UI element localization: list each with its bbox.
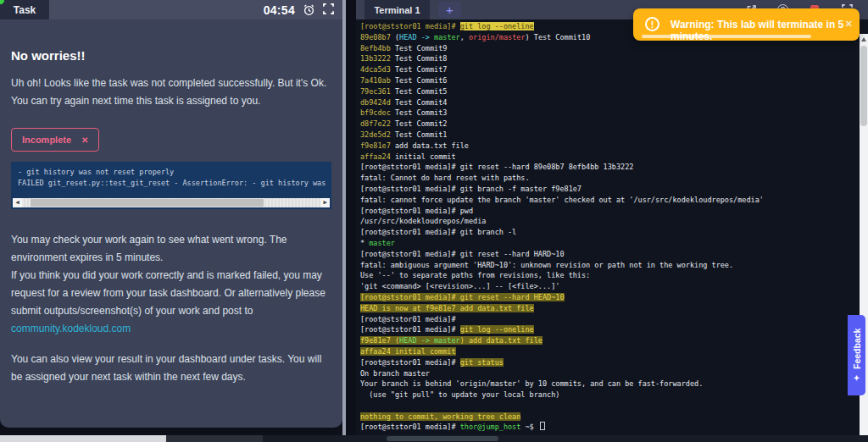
terminal-line: [root@ststor01 media]# pwd: [360, 206, 868, 217]
feedback-button[interactable]: ✦ Feedback: [848, 315, 865, 395]
terminal-line: 32de5d2 Test Commit1: [360, 130, 868, 141]
scroll-right-arrow-icon[interactable]: ▶: [320, 198, 330, 207]
terminal-line: affaa24 initial commit: [360, 346, 868, 357]
task-tab-label: Task: [14, 4, 36, 16]
terminal-line: f9e81e7 add data.txt file: [360, 141, 868, 152]
task-header: Task 04:54: [0, 0, 342, 19]
task-panel-scrollbar-thumb[interactable]: [342, 0, 346, 435]
bottom-scrollbar-track-segment: [166, 435, 263, 442]
toast-close-icon[interactable]: ✕: [845, 19, 853, 30]
terminal-line: d8f7e22 Test Commit2: [360, 119, 868, 130]
terminal-line: affaa24 initial commit: [360, 152, 868, 163]
terminal-output[interactable]: [root@ststor01 media]# git log --oneline…: [356, 19, 868, 435]
terminal-line: [root@ststor01 media]# thor@jump_host ~$: [360, 422, 868, 433]
tab-task[interactable]: Task: [0, 0, 49, 19]
bottom-scrollbar[interactable]: [0, 435, 868, 442]
terminal-line: fatal: cannot force update the branch 'm…: [360, 195, 868, 206]
terminal-line: * master: [360, 238, 868, 249]
new-terminal-button[interactable]: +: [438, 2, 461, 18]
terminal-line: [root@ststor01 media]# git log --oneline: [360, 324, 868, 335]
fullscreen-icon[interactable]: [323, 3, 336, 16]
terminal-line: [root@ststor01 media]#: [360, 314, 868, 325]
terminal-line: HEAD is now at f9e81e7 add data.txt file: [360, 303, 868, 314]
task-body: No worries!! Uh oh! Looks like the task …: [0, 19, 342, 428]
terminal-line: db9424d Test Commit4: [360, 97, 868, 108]
terminal-line: fatal: ambiguous argument 'HARD~10': unk…: [360, 260, 868, 271]
terminal-line: On branch master: [360, 368, 868, 379]
terminal-line: (use "git pull" to update your local bra…: [360, 390, 868, 401]
terminal-line: [root@ststor01 media]# git reset --hard …: [360, 249, 868, 260]
toast-message: Warning: This lab will terminate in 5 mi…: [670, 19, 860, 42]
bottom-scrollbar-thumb[interactable]: [0, 435, 166, 442]
scroll-left-arrow-icon[interactable]: ◀: [13, 198, 22, 207]
page-title: No worries!!: [11, 48, 331, 63]
error-output-hscrollbar[interactable]: ◀ ▶: [13, 198, 330, 207]
terminal-line: 4dca5d3 Test Commit7: [360, 64, 868, 75]
toast-progress-bar: [642, 35, 811, 38]
terminal-line: [root@ststor01 media]# git status: [360, 357, 868, 368]
terminal-panel: Terminal 1 + ? [root@ststor01 media]# gi…: [356, 0, 868, 435]
error-line: - git history was not reset properly: [18, 167, 331, 178]
page-scrollbar-thumb[interactable]: [860, 46, 867, 126]
terminal-line: [root@ststor01 media]# git branch -f mas…: [360, 184, 868, 195]
task-panel-scrollbar[interactable]: [342, 0, 346, 435]
terminal-tab-label: Terminal 1: [374, 5, 420, 15]
status-badge-label: Incomplete: [22, 135, 71, 145]
terminal-line: Your branch is behind 'origin/master' by…: [360, 378, 868, 390]
terminal-line: [root@ststor01 media]# git reset --hard …: [360, 292, 868, 303]
terminal-line: nothing to commit, working tree clean: [360, 412, 868, 423]
warning-toast: ! Warning: This lab will terminate in 5 …: [633, 8, 860, 41]
terminal-line: Use '--' to separate paths from revision…: [360, 270, 868, 281]
scroll-up-arrow-icon[interactable]: [861, 37, 866, 41]
terminal-line: 13b3222 Test Commit8: [360, 53, 868, 64]
hscroll-track[interactable]: [22, 198, 320, 207]
terminal-hscroll-thumb[interactable]: [387, 436, 498, 441]
check-work-text: You may check your work again to see wha…: [11, 231, 331, 267]
error-output: - git history was not reset properlyFAIL…: [11, 162, 331, 209]
terminal-line: [root@ststor01 media]# git reset --hard …: [360, 162, 868, 173]
terminal-line: [root@ststor01 media]# git branch -l: [360, 227, 868, 238]
terminal-line: f9e81e7 (HEAD -> master) add data.txt fi…: [360, 335, 868, 346]
info-icon: !: [645, 17, 659, 31]
alarm-clock-icon: [303, 3, 315, 16]
task-panel: Task 04:54 No worries!! Uh oh! Looks lik…: [0, 0, 342, 435]
terminal-line: 'git <command> [<revision>...] -- [<file…: [360, 281, 868, 292]
terminal-line: 79ec361 Test Commit5: [360, 86, 868, 97]
terminal-line: [360, 401, 868, 412]
intro-text: Uh oh! Looks like the task was not compl…: [11, 75, 331, 110]
hscroll-thumb[interactable]: [31, 199, 264, 207]
community-link[interactable]: community.kodekloud.com: [11, 323, 131, 334]
error-line: FAILED git_reset.py::test_git_reset - As…: [18, 178, 331, 189]
sparkle-icon: ✦: [853, 373, 861, 382]
tab-terminal-1[interactable]: Terminal 1: [364, 0, 430, 19]
status-badge: Incomplete ✕: [11, 128, 99, 152]
terminal-line: bf9cdec Test Commit3: [360, 108, 868, 119]
review-text: If you think you did your work correctly…: [11, 267, 331, 338]
feedback-label: Feedback: [852, 329, 862, 369]
countdown-timer: 04:54: [264, 3, 295, 17]
result-text: You can also view your result in your da…: [11, 351, 331, 386]
badge-x-icon: ✕: [81, 135, 88, 145]
terminal-line: /usr/src/kodekloudrepos/media: [360, 216, 868, 227]
terminal-line: fatal: Cannot do hard reset with paths.: [360, 173, 868, 184]
terminal-line: 7a410ab Test Commit6: [360, 75, 868, 86]
terminal-line: 8efb4bb Test Commit9: [360, 43, 868, 54]
